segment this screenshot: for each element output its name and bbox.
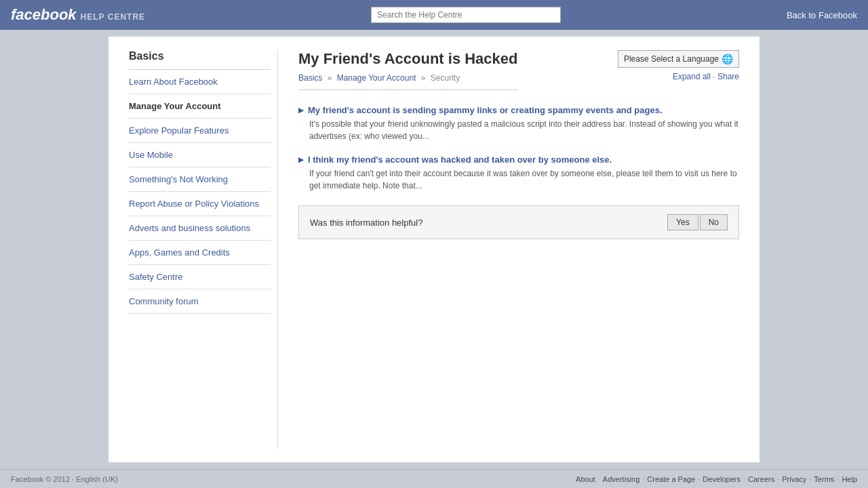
footer-sep-3: · bbox=[743, 475, 745, 483]
logo-area: facebook HELP CENTRE bbox=[11, 6, 145, 24]
language-icon: 🌐 bbox=[722, 54, 733, 64]
footer-copyright: Facebook © 2012 · English (UK) bbox=[11, 475, 118, 483]
breadcrumb-security: Security bbox=[431, 73, 460, 83]
faq-title-0[interactable]: ▶My friend's account is sending spammy l… bbox=[298, 105, 739, 115]
share-link[interactable]: Share bbox=[717, 72, 739, 81]
sidebar-item-5[interactable]: Report Abuse or Policy Violations bbox=[129, 192, 271, 216]
footer-sep-4: · bbox=[777, 475, 779, 483]
sidebar-item-0[interactable]: Learn About Facebook bbox=[129, 70, 271, 94]
breadcrumb-basics[interactable]: Basics bbox=[298, 73, 322, 83]
breadcrumb-sep2: » bbox=[421, 73, 428, 83]
faq-title-1[interactable]: ▶I think my friend's account was hacked … bbox=[298, 155, 739, 165]
sidebar-item-1[interactable]: Manage Your Account bbox=[129, 94, 271, 119]
faq-list: ▶My friend's account is sending spammy l… bbox=[298, 105, 739, 192]
search-input[interactable] bbox=[371, 7, 561, 23]
content-area: Basics Learn About FacebookManage Your A… bbox=[108, 37, 760, 462]
breadcrumb-sep1: » bbox=[328, 73, 334, 83]
faq-arrow-1: ▶ bbox=[298, 156, 304, 163]
helpful-box: Was this information helpful? Yes No bbox=[298, 205, 739, 239]
footer-link-create-a-page[interactable]: Create a Page bbox=[647, 475, 695, 483]
sidebar-item-3[interactable]: Use Mobile bbox=[129, 143, 271, 167]
helpful-buttons: Yes No bbox=[667, 214, 728, 230]
sidebar-item-8[interactable]: Safety Centre bbox=[129, 265, 271, 289]
footer-sep-6: · bbox=[837, 475, 839, 483]
main-content: My Friend's Account is Hacked Basics » M… bbox=[278, 50, 760, 449]
header: facebook HELP CENTRE Back to Facebook bbox=[0, 0, 868, 30]
sidebar-item-9[interactable]: Community forum bbox=[129, 289, 271, 314]
page-title: My Friend's Account is Hacked bbox=[298, 50, 518, 68]
expand-share-sep: · bbox=[713, 72, 717, 81]
footer-sep-5: · bbox=[809, 475, 811, 483]
main-wrapper: Basics Learn About FacebookManage Your A… bbox=[0, 30, 868, 469]
sidebar-title: Basics bbox=[129, 50, 271, 70]
footer: Facebook © 2012 · English (UK) About·Adv… bbox=[0, 469, 868, 488]
helpful-no-button[interactable]: No bbox=[700, 214, 728, 230]
faq-item-0: ▶My friend's account is sending spammy l… bbox=[298, 105, 739, 142]
footer-sep-2: · bbox=[698, 475, 700, 483]
sidebar-item-7[interactable]: Apps, Games and Credits bbox=[129, 241, 271, 265]
faq-arrow-0: ▶ bbox=[298, 106, 304, 114]
language-selector-label: Please Select a Language bbox=[624, 54, 719, 64]
footer-link-developers[interactable]: Developers bbox=[703, 475, 741, 483]
breadcrumb-manage[interactable]: Manage Your Account bbox=[337, 73, 416, 83]
facebook-logo: facebook bbox=[11, 6, 77, 24]
footer-link-privacy[interactable]: Privacy bbox=[782, 475, 806, 483]
sidebar-item-2[interactable]: Explore Popular Features bbox=[129, 119, 271, 143]
footer-links: About·Advertising·Create a Page·Develope… bbox=[576, 475, 857, 483]
faq-item-1: ▶I think my friend's account was hacked … bbox=[298, 155, 739, 192]
helpcentre-label: HELP CENTRE bbox=[81, 12, 145, 22]
sidebar: Basics Learn About FacebookManage Your A… bbox=[108, 50, 278, 449]
expand-share-area: Expand all · Share bbox=[673, 72, 739, 81]
footer-sep-0: · bbox=[598, 475, 600, 483]
language-selector-button[interactable]: Please Select a Language 🌐 bbox=[618, 50, 739, 68]
faq-body-1: If your friend can't get into their acco… bbox=[309, 167, 739, 192]
footer-link-help[interactable]: Help bbox=[842, 475, 857, 483]
sidebar-items: Learn About FacebookManage Your AccountE… bbox=[129, 70, 271, 314]
footer-link-about[interactable]: About bbox=[576, 475, 595, 483]
faq-title-text-1: I think my friend's account was hacked a… bbox=[308, 155, 612, 165]
top-controls: My Friend's Account is Hacked Basics » M… bbox=[298, 50, 739, 98]
helpful-yes-button[interactable]: Yes bbox=[667, 214, 698, 230]
faq-title-text-0: My friend's account is sending spammy li… bbox=[308, 105, 663, 115]
footer-sep-1: · bbox=[642, 475, 644, 483]
search-bar bbox=[371, 7, 561, 23]
footer-link-careers[interactable]: Careers bbox=[748, 475, 774, 483]
sidebar-item-6[interactable]: Adverts and business solutions bbox=[129, 216, 271, 241]
back-to-facebook-link[interactable]: Back to Facebook bbox=[787, 10, 857, 20]
breadcrumb: Basics » Manage Your Account » Security bbox=[298, 73, 518, 90]
expand-all-link[interactable]: Expand all bbox=[673, 72, 711, 81]
helpful-question: Was this information helpful? bbox=[310, 218, 422, 228]
sidebar-item-4[interactable]: Something's Not Working bbox=[129, 167, 271, 192]
footer-link-advertising[interactable]: Advertising bbox=[603, 475, 639, 483]
faq-body-0: It's possible that your friend unknowing… bbox=[309, 118, 739, 142]
footer-link-terms[interactable]: Terms bbox=[814, 475, 834, 483]
